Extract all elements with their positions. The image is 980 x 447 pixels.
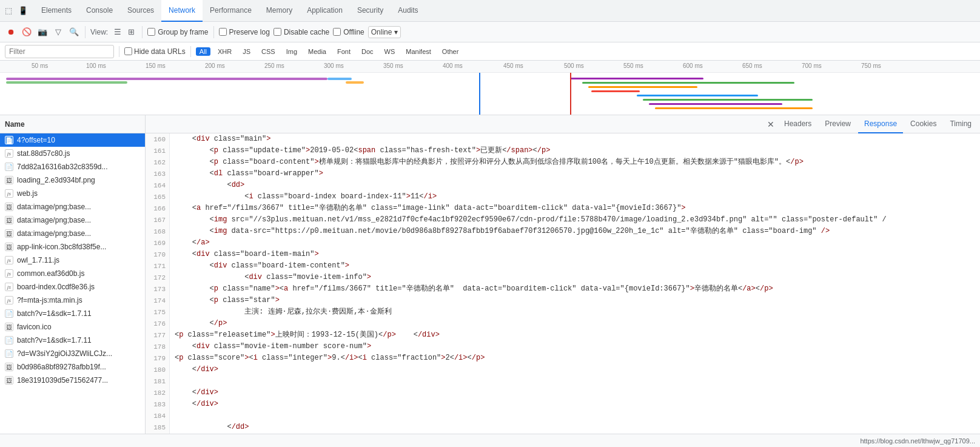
detail-tab-timing[interactable]: Timing [944,115,978,133]
device-icon[interactable]: 📱 [17,5,29,17]
line-content: <a href="/films/3667" title="辛德勒的名单" cla… [170,203,980,213]
tab-console[interactable]: Console [79,0,120,22]
file-item-9[interactable]: js owl_1.7.11.js [0,254,145,267]
line-content: <img src="//s3plus.meituan.net/v1/mss_e2… [170,214,980,225]
file-icon-8: 🖼 [5,243,13,251]
offline-checkbox[interactable]: Offline [333,28,364,36]
file-item-16[interactable]: 📄 ?d=W3siY2giOiJ3ZWliLCJz... [0,347,145,360]
file-item-1[interactable]: js stat.88d57c80.js [0,147,145,160]
hide-data-urls-input[interactable] [124,47,132,55]
file-item-4[interactable]: js web.js [0,187,145,200]
clear-button[interactable]: 🚫 [21,26,33,38]
filter-type-js[interactable]: JS [239,47,254,56]
line-content: 主演: 连姆·尼森,拉尔夫·费因斯,本·金斯利 [170,306,980,317]
tree-view-button[interactable]: ⊞ [125,26,137,38]
disable-cache-input[interactable] [274,28,281,36]
file-item-5[interactable]: 🖼 data:image/png;base... [0,200,145,213]
tab-network[interactable]: Network [161,0,203,22]
filter-type-doc[interactable]: Doc [358,47,377,56]
detail-tab-cookies[interactable]: Cookies [904,115,942,133]
preserve-log-label: Preserve log [229,28,270,36]
line-content: <i class="board-index board-index-11">11… [170,191,980,202]
line-number: 178 [146,341,170,352]
close-detail-button[interactable]: ✕ [765,118,777,130]
record-button[interactable]: ⏺ [5,26,17,38]
line-number: 170 [146,249,170,260]
filter-type-img[interactable]: Img [283,47,301,56]
inspect-icon[interactable]: ⬚ [2,5,15,17]
line-number: 160 [146,133,170,145]
code-line: 164 <dd> [146,180,980,191]
line-content: <div class="board-item-main"> [170,249,980,260]
filter-type-manifest[interactable]: Manifest [402,47,435,56]
filter-type-xhr[interactable]: XHR [214,47,235,56]
file-item-14[interactable]: 🖼 favicon.ico [0,320,145,334]
detail-tab-preview[interactable]: Preview [819,115,857,133]
file-item-17[interactable]: 🖼 b0d986a8bf89278afbb19f... [0,360,145,374]
list-view-button[interactable]: ☰ [112,26,124,38]
file-name-8: app-link-icon.3bc8fd38f5e... [17,243,106,251]
file-item-2[interactable]: 📄 7dd82a16316ab32c8359d... [0,160,145,173]
camera-button[interactable]: 📷 [36,26,49,38]
disable-cache-label: Disable cache [284,28,329,36]
search-button[interactable]: 🔍 [68,26,80,38]
timeline-chart[interactable] [0,73,980,115]
file-item-13[interactable]: 📄 batch?v=1&sdk=1.7.11 [0,307,145,320]
hide-data-urls-checkbox[interactable]: Hide data URLs [124,47,186,56]
filter-type-css[interactable]: CSS [258,47,279,56]
file-icon-6: 🖼 [5,216,13,224]
disable-cache-checkbox[interactable]: Disable cache [274,28,329,36]
line-content: <div class="movie-item-info"> [170,272,980,283]
file-name-0: 4?offset=10 [17,136,55,144]
file-item-3[interactable]: 🖼 loading_2.e3d934bf.png [0,173,145,187]
filter-type-all[interactable]: All [196,47,210,56]
filter-toggle-button[interactable]: ▽ [52,26,64,38]
tab-sources[interactable]: Sources [120,0,161,22]
file-item-10[interactable]: js common.eaf36d0b.js [0,267,145,280]
group-by-frame-checkbox[interactable]: Group by frame [147,28,208,36]
online-select[interactable]: Online ▾ [368,26,401,38]
file-icon-16: 📄 [5,349,13,358]
file-icon-11: js [5,283,13,291]
code-view[interactable]: 160 <div class="main">161 <p class="upda… [146,133,980,434]
offline-label: Offline [343,28,364,36]
filter-type-ws[interactable]: WS [381,47,399,56]
line-number: 173 [146,283,170,295]
code-line: 183 </div> [146,398,980,410]
filter-sep-1 [119,46,119,57]
filter-type-media[interactable]: Media [304,47,330,56]
line-number: 179 [146,352,170,364]
filter-type-other[interactable]: Other [438,47,463,56]
file-name-17: b0d986a8bf89278afbb19f... [17,363,106,371]
tab-memory[interactable]: Memory [259,0,300,22]
preserve-log-input[interactable] [219,28,227,36]
code-line: 165 <i class="board-index board-index-11… [146,191,980,203]
filter-type-font[interactable]: Font [334,47,354,56]
detail-tab-response[interactable]: Response [858,115,903,133]
detail-tab-headers[interactable]: Headers [778,115,817,133]
offline-input[interactable] [333,28,341,36]
group-by-frame-input[interactable] [147,28,155,36]
filter-input[interactable] [5,45,114,58]
file-item-7[interactable]: 🖼 data:image/png;base... [0,227,145,240]
file-item-0[interactable]: 📄 4?offset=10 [0,133,145,147]
file-item-12[interactable]: js ?f=mta-js:mta.min.js [0,294,145,307]
file-item-11[interactable]: js board-index.0cdf8e36.js [0,280,145,294]
preserve-log-checkbox[interactable]: Preserve log [219,28,270,36]
ruler-350ms: 350 ms [383,62,403,69]
code-line: 174 <p class="star"> [146,295,980,306]
file-icon-1: js [5,149,13,158]
code-line: 176 </p> [146,318,980,329]
file-item-15[interactable]: 📄 batch?v=1&sdk=1.7.11 [0,334,145,347]
tab-application[interactable]: Application [300,0,350,22]
separator-2 [142,26,143,38]
file-item-18[interactable]: 🖼 18e3191039d5e71562477... [0,374,145,387]
tab-audits[interactable]: Audits [391,0,425,22]
tab-elements[interactable]: Elements [34,0,79,22]
file-item-6[interactable]: 🖼 data:image/png;base... [0,213,145,227]
line-content: </div> [170,387,980,398]
file-item-8[interactable]: 🖼 app-link-icon.3bc8fd38f5e... [0,240,145,254]
tab-performance[interactable]: Performance [203,0,259,22]
tab-security[interactable]: Security [350,0,391,22]
ruler-250ms: 250 ms [264,62,284,69]
